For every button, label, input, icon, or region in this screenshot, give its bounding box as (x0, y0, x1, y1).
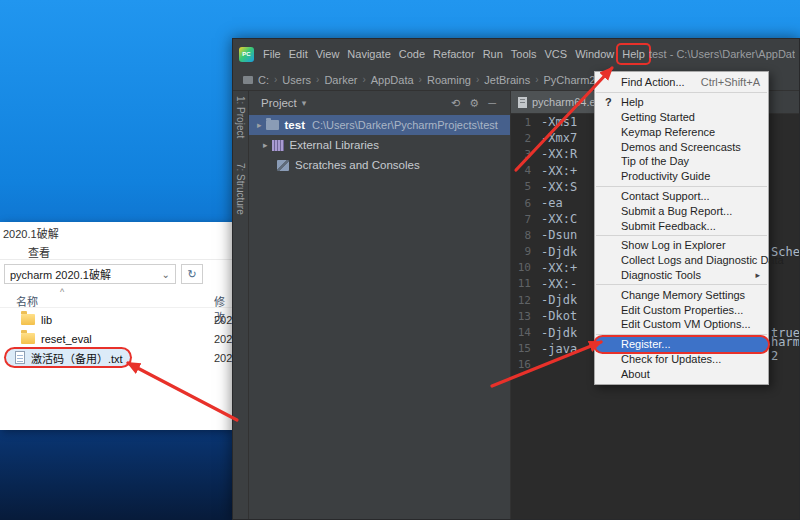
breadcrumb-item[interactable]: C: (257, 74, 270, 86)
code-text: -Dkot (541, 309, 577, 323)
line-number: 3 (511, 148, 541, 161)
menu-item-demos-screencasts[interactable]: Demos and Screencasts (595, 139, 768, 154)
explorer-window-title: 2020.1破解 (3, 225, 59, 241)
editor-tab-label: pycharm64.e (532, 96, 596, 108)
tree-item-path: C:\Users\Darker\PycharmProjects\test (312, 119, 498, 131)
menu-item-check-for-updates[interactable]: Check for Updates... (595, 352, 768, 367)
tree-item-external-libraries[interactable]: ▸ External Libraries (249, 135, 510, 155)
menu-item-collect-logs[interactable]: Collect Logs and Diagnostic Data (595, 253, 768, 268)
menu-edit[interactable]: Edit (285, 45, 312, 63)
tool-button-structure[interactable]: 7: Structure (235, 163, 246, 215)
collapse-all-icon[interactable]: ⟲ (451, 97, 460, 110)
gear-icon[interactable]: ⚙ (469, 97, 479, 110)
menu-file[interactable]: File (259, 45, 285, 63)
chevron-right-icon: › (472, 74, 483, 85)
code-text: -Djdk (541, 245, 577, 259)
pycharm-titlebar: PC File Edit View Navigate Code Refactor… (233, 39, 799, 69)
libraries-icon (272, 140, 284, 151)
tree-item-label: Scratches and Consoles (295, 159, 420, 171)
code-text: -Djdk (541, 326, 577, 340)
menu-item-label: Edit Custom VM Options... (621, 318, 751, 330)
menu-navigate[interactable]: Navigate (343, 45, 394, 63)
project-panel-header: Project ▾ ⟲ ⚙ ─ (249, 91, 510, 115)
breadcrumb-item[interactable]: Users (281, 74, 312, 86)
project-panel: Project ▾ ⟲ ⚙ ─ ▸ test C:\Users\Darker\P… (249, 91, 511, 519)
folder-icon (21, 314, 35, 325)
column-header-name[interactable]: 名称 (16, 293, 38, 309)
line-number: 5 (511, 180, 541, 193)
menu-item-label: Check for Updates... (621, 353, 721, 365)
menu-item-find-action[interactable]: Find Action... Ctrl+Shift+A (595, 75, 768, 90)
breadcrumb-item[interactable]: AppData (370, 74, 415, 86)
menu-item-edit-custom-properties[interactable]: Edit Custom Properties... (595, 302, 768, 317)
red-annotation-box-file: 激活码（备用）.txt (6, 349, 130, 366)
menu-item-productivity-guide[interactable]: Productivity Guide (595, 169, 768, 184)
breadcrumb-item[interactable]: Roaming (426, 74, 472, 86)
hide-panel-icon[interactable]: ─ (488, 97, 496, 110)
menu-item-about[interactable]: About (595, 366, 768, 381)
line-number: 11 (511, 277, 541, 290)
menu-item-diagnostic-tools[interactable]: Diagnostic Tools ▸ (595, 268, 768, 283)
file-row-activation-code-txt[interactable]: 激活码（备用）.txt 202 (0, 348, 232, 367)
tree-item-scratches[interactable]: Scratches and Consoles (249, 155, 510, 175)
refresh-button[interactable]: ↻ (181, 264, 203, 284)
explorer-ribbon: 查看 (0, 242, 232, 260)
file-name: 激活码（备用）.txt (31, 350, 123, 366)
tree-collapsed-icon[interactable]: ▸ (263, 140, 268, 150)
desktop: 2020.1破解 查看 pycharm 2020.1破解 ⌄ ↻ ^ 名称 修改… (0, 0, 800, 520)
menu-item-tip-of-the-day[interactable]: Tip of the Day (595, 154, 768, 169)
menu-run[interactable]: Run (479, 45, 507, 63)
menu-item-show-log-in-explorer[interactable]: Show Log in Explorer (595, 238, 768, 253)
menu-help[interactable]: Help (618, 45, 649, 63)
breadcrumb-item[interactable]: Darker (323, 74, 358, 86)
menu-vcs[interactable]: VCS (541, 45, 572, 63)
line-number: 14 (511, 326, 541, 339)
tree-item-label: External Libraries (290, 139, 379, 151)
menu-item-submit-bug-report[interactable]: Submit a Bug Report... (595, 203, 768, 218)
menu-tools[interactable]: Tools (507, 45, 541, 63)
explorer-address-bar[interactable]: pycharm 2020.1破解 ⌄ (4, 264, 176, 284)
file-icon (518, 97, 527, 108)
menu-item-register[interactable]: Register... (595, 337, 768, 352)
refresh-icon: ↻ (187, 268, 196, 280)
tree-item-label: test (285, 119, 305, 131)
breadcrumb-item[interactable]: JetBrains (483, 74, 531, 86)
menu-item-keymap-reference[interactable]: Keymap Reference (595, 124, 768, 139)
file-row-lib[interactable]: lib 202 (0, 310, 232, 329)
menu-item-submit-feedback[interactable]: Submit Feedback... (595, 218, 768, 233)
menu-item-label: Submit Feedback... (621, 220, 716, 232)
file-name: lib (41, 314, 52, 326)
menu-refactor[interactable]: Refactor (429, 45, 479, 63)
line-number: 9 (511, 245, 541, 258)
menu-item-edit-custom-vm-options[interactable]: Edit Custom VM Options... (595, 317, 768, 332)
menu-item-label: Contact Support... (621, 190, 710, 202)
line-number: 15 (511, 342, 541, 355)
explorer-file-list: lib 202 reset_eval 202 激活码（备用）.txt 202 (0, 310, 232, 367)
explorer-tab-view[interactable]: 查看 (28, 244, 50, 260)
menu-item-label: Submit a Bug Report... (621, 205, 732, 217)
chevron-down-icon[interactable]: ⌄ (162, 269, 170, 280)
menu-code[interactable]: Code (395, 45, 429, 63)
explorer-address-text: pycharm 2020.1破解 (10, 266, 111, 282)
menu-item-getting-started[interactable]: Getting Started (595, 110, 768, 125)
menu-item-label: Productivity Guide (621, 170, 710, 182)
line-number: 12 (511, 294, 541, 307)
menu-window[interactable]: Window (571, 45, 618, 63)
help-icon: ? (605, 96, 612, 108)
file-date: 202 (214, 333, 232, 345)
tool-button-project[interactable]: 1: Project (235, 96, 246, 138)
menu-item-shortcut: Ctrl+Shift+A (701, 76, 760, 88)
chevron-right-icon: › (270, 74, 281, 85)
caret-down-icon[interactable]: ▾ (302, 98, 307, 108)
project-panel-title[interactable]: Project (261, 97, 297, 109)
tree-collapsed-icon[interactable]: ▸ (257, 120, 262, 130)
menu-item-help[interactable]: ? Help (595, 95, 768, 110)
menu-separator (596, 284, 767, 285)
menu-view[interactable]: View (312, 45, 344, 63)
menu-item-label: Edit Custom Properties... (621, 304, 743, 316)
file-row-reset-eval[interactable]: reset_eval 202 (0, 329, 232, 348)
menu-item-label: Change Memory Settings (621, 289, 745, 301)
menu-item-contact-support[interactable]: Contact Support... (595, 189, 768, 204)
menu-item-change-memory-settings[interactable]: Change Memory Settings (595, 287, 768, 302)
tree-item-test-project[interactable]: ▸ test C:\Users\Darker\PycharmProjects\t… (249, 115, 510, 135)
